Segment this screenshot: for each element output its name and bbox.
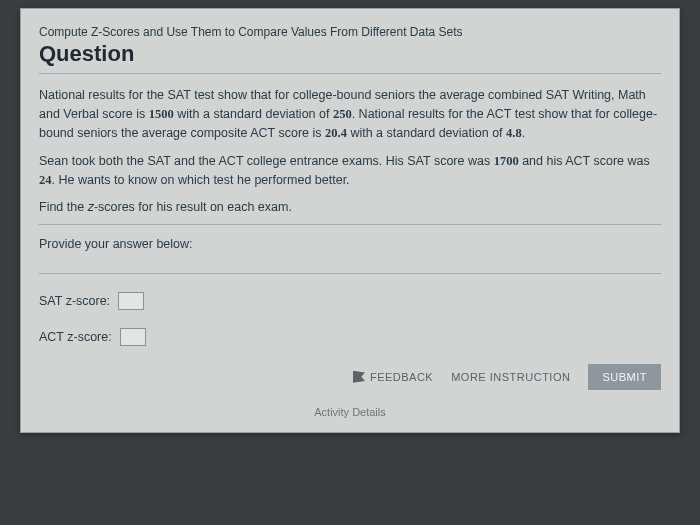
p1-text-b: with a standard deviation of xyxy=(174,107,333,121)
activity-details-link[interactable]: Activity Details xyxy=(39,406,661,418)
value-4-8: 4.8 xyxy=(506,126,522,140)
find-instruction: Find the z-scores for his result on each… xyxy=(39,200,661,225)
p1-text-e: . xyxy=(522,126,525,140)
sat-zscore-label: SAT z-score: xyxy=(39,294,110,308)
find-a: Find the xyxy=(39,200,88,214)
act-row: ACT z-score: xyxy=(39,328,661,346)
value-24: 24 xyxy=(39,173,52,187)
topic-line: Compute Z-Scores and Use Them to Compare… xyxy=(39,25,661,39)
p2-text-a: Sean took both the SAT and the ACT colle… xyxy=(39,154,494,168)
paragraph-1: National results for the SAT test show t… xyxy=(39,86,661,142)
act-zscore-label: ACT z-score: xyxy=(39,330,112,344)
button-row: FEEDBACK MORE INSTRUCTION SUBMIT xyxy=(39,364,661,390)
sat-row: SAT z-score: xyxy=(39,292,661,310)
feedback-button[interactable]: FEEDBACK xyxy=(353,371,433,383)
question-heading: Question xyxy=(39,41,661,74)
more-instruction-label: MORE INSTRUCTION xyxy=(451,371,570,383)
find-b: -scores for his result on each exam. xyxy=(94,200,292,214)
sat-zscore-input[interactable] xyxy=(118,292,144,310)
submit-button[interactable]: SUBMIT xyxy=(588,364,661,390)
value-250: 250 xyxy=(333,107,352,121)
provide-label: Provide your answer below: xyxy=(39,225,661,274)
p2-text-b: and his ACT score was xyxy=(519,154,650,168)
feedback-label: FEEDBACK xyxy=(370,371,433,383)
value-1700: 1700 xyxy=(494,154,519,168)
act-zscore-input[interactable] xyxy=(120,328,146,346)
question-card: Compute Z-Scores and Use Them to Compare… xyxy=(20,8,680,433)
value-1500: 1500 xyxy=(149,107,174,121)
value-20-4: 20.4 xyxy=(325,126,347,140)
flag-icon xyxy=(353,371,365,383)
p1-text-d: with a standard deviation of xyxy=(347,126,506,140)
more-instruction-button[interactable]: MORE INSTRUCTION xyxy=(451,371,570,383)
paragraph-2: Sean took both the SAT and the ACT colle… xyxy=(39,152,661,190)
p2-text-c: . He wants to know on which test he perf… xyxy=(52,173,350,187)
